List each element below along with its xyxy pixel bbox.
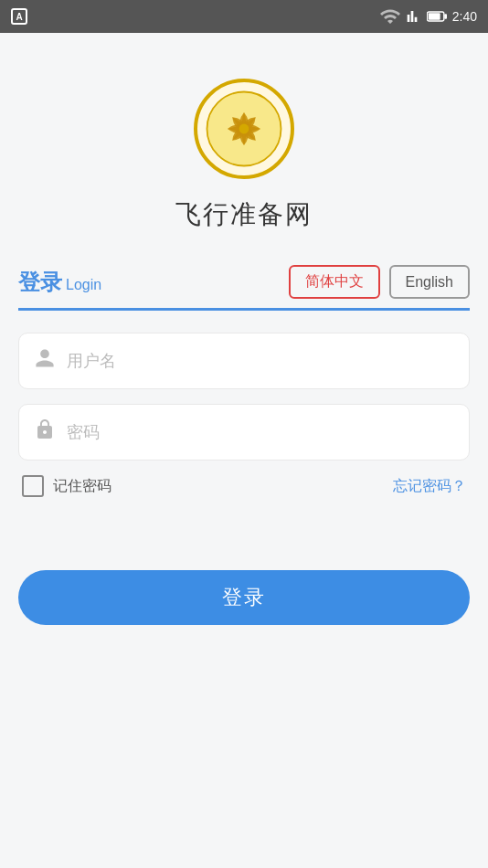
remember-left: 记住密码 (22, 475, 111, 497)
remember-label: 记住密码 (53, 477, 111, 496)
remember-checkbox[interactable] (22, 475, 44, 497)
tab-login-zh: 登录 (18, 268, 62, 297)
svg-rect-2 (444, 14, 447, 19)
login-btn-wrapper: 登录 (0, 570, 488, 625)
tab-login-en: Login (66, 277, 101, 293)
password-input[interactable] (67, 423, 454, 442)
logo-image (203, 88, 285, 170)
login-button[interactable]: 登录 (18, 570, 470, 625)
person-icon (34, 347, 56, 375)
status-bar: A 2:40 (0, 0, 488, 33)
remember-row: 记住密码 忘记密码？ (18, 475, 470, 497)
battery-icon (427, 10, 447, 23)
username-input-group (18, 333, 470, 389)
status-bar-right: 2:40 (379, 5, 477, 27)
lock-icon (34, 418, 56, 446)
lang-btn-zh[interactable]: 简体中文 (289, 265, 380, 299)
status-time: 2:40 (452, 9, 477, 24)
logo-section: 飞行准备网 (175, 33, 313, 250)
tabs-section: 登录 Login 简体中文 English (0, 265, 488, 311)
forgot-link[interactable]: 忘记密码？ (393, 477, 466, 496)
app-title: 飞行准备网 (175, 197, 313, 232)
tabs-header: 登录 Login 简体中文 English (18, 265, 470, 311)
form-section: 记住密码 忘记密码？ (0, 333, 488, 497)
tab-login[interactable]: 登录 Login (18, 268, 101, 297)
lang-btn-en[interactable]: English (389, 265, 470, 299)
svg-rect-1 (429, 13, 440, 19)
main-content: 飞行准备网 登录 Login 简体中文 English (0, 33, 488, 868)
person-svg (34, 347, 56, 369)
app-icon: A (11, 8, 27, 25)
language-buttons: 简体中文 English (289, 265, 470, 299)
wifi-icon (379, 5, 401, 27)
username-input[interactable] (67, 352, 454, 371)
signal-icon (407, 9, 421, 24)
lock-svg (34, 418, 56, 440)
password-input-group (18, 404, 470, 460)
svg-point-4 (239, 124, 249, 134)
logo-circle (194, 79, 294, 179)
status-bar-left: A (11, 8, 27, 25)
